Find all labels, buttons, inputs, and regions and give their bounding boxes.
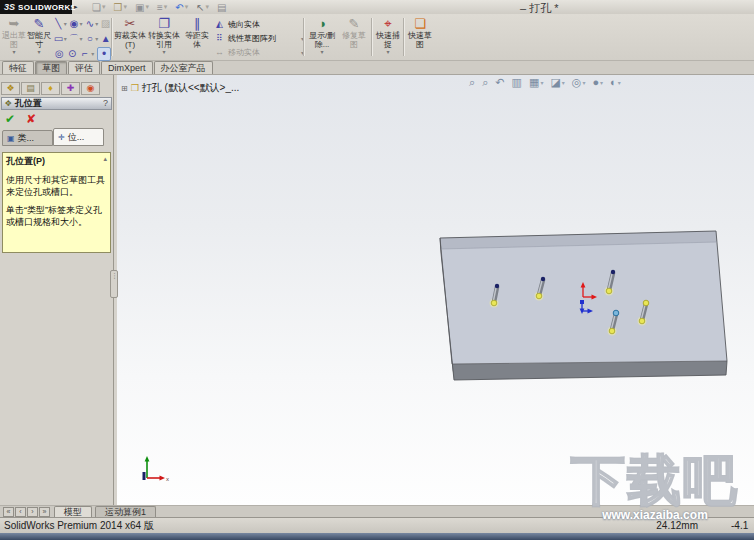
dropdown-arrow-icon: ▾	[306, 49, 338, 55]
tab-scroll-button[interactable]: »	[39, 507, 50, 517]
ok-button[interactable]: ✔	[5, 112, 15, 126]
sketch-fillet-icon[interactable]: ⊙	[66, 48, 79, 59]
dropdown-arrow-icon: ▾	[2, 49, 26, 55]
dimxpertmanager-tab[interactable]: ✚	[61, 82, 80, 95]
displaymanager-tab[interactable]: ◉	[81, 82, 100, 95]
hole-pin-top-yellow[interactable]	[643, 300, 649, 306]
collapse-arrow-icon[interactable]: ▴	[103, 155, 107, 163]
tab-features[interactable]: 特征	[2, 61, 34, 74]
arc-icon[interactable]: ⌒	[69, 32, 80, 46]
status-text: SolidWorks Premium 2014 x64 版	[4, 520, 154, 531]
help-button[interactable]: ?	[103, 98, 108, 109]
hole-point-marker[interactable]	[536, 293, 542, 299]
part-canvas[interactable]: x	[117, 75, 754, 505]
move-entities-icon: ↔	[214, 47, 225, 57]
propertymanager-tab[interactable]: ▤	[21, 82, 40, 95]
mirror-entities-button[interactable]: ◭ 镜向实体	[214, 17, 304, 31]
status-bar: SolidWorks Premium 2014 x64 版 24.12mm -4…	[0, 517, 754, 533]
save-icon[interactable]: ▣▾	[135, 2, 149, 13]
tab-motion-study-1[interactable]: 运动算例1	[95, 506, 156, 517]
toolbar-separator	[303, 18, 304, 56]
select-icon[interactable]: ↖▾	[196, 2, 209, 13]
tab-scroll-button[interactable]: «	[3, 507, 14, 517]
view-triad-y-arrow	[145, 456, 150, 462]
circle-icon[interactable]: ◉	[69, 18, 80, 29]
slot-icon[interactable]: ◎	[53, 48, 66, 59]
point-icon[interactable]: •	[97, 47, 111, 61]
propertymanager-panel: ❖▤♦✚◉ ✥ 孔位置 ? ✔ ✘ ▣ 类... ✛ 位... ▴ 孔位置(P)…	[0, 75, 114, 505]
hole-point-marker[interactable]	[609, 328, 615, 334]
ellipse-icon[interactable]: ○	[84, 33, 95, 44]
tab-model[interactable]: 模型	[54, 506, 92, 517]
print-icon[interactable]: ≡▾	[157, 2, 167, 13]
exit-sketch-button[interactable]: ➥ 退出草图 ▾	[2, 16, 26, 59]
hole-point-marker[interactable]	[639, 318, 645, 324]
quick-access-toolbar: ❏▾❒▾▣▾≡▾↶▾↖▾▤	[92, 0, 227, 14]
message-title: 孔位置(P)	[6, 155, 107, 168]
propertymanager-title: 孔位置	[15, 98, 42, 109]
sketch-picture-icon: ▨	[100, 18, 111, 29]
spline-icon[interactable]: ∿	[84, 18, 95, 29]
view-triad-x-arrow	[160, 476, 166, 481]
tab-hole-type[interactable]: ▣ 类...	[2, 130, 53, 146]
polygon-icon[interactable]: ▲	[100, 33, 111, 44]
mirror-entities-icon: ◭	[214, 19, 225, 29]
tab-hole-position[interactable]: ✛ 位...	[53, 128, 104, 146]
convert-entities-button[interactable]: ❐ 转换实体引用 ▾	[147, 16, 181, 59]
linear-pattern-icon: ⠿	[214, 33, 225, 43]
dropdown-arrow-icon: ▾	[114, 49, 146, 55]
repair-sketch-button[interactable]: ✎ 修复草图	[339, 16, 369, 59]
display-delete-relations-button[interactable]: ◑ 显示/删除... ▾	[306, 16, 338, 59]
hole-wizard-tabs: ▣ 类... ✛ 位...	[2, 128, 104, 146]
view-triad-x-label: x	[166, 476, 169, 482]
rapid-sketch-button[interactable]: ❏ 快速草图	[406, 16, 434, 59]
line-icon[interactable]: ╲	[53, 18, 64, 29]
hole-position-icon: ✥	[5, 98, 12, 109]
tab-dimxpert[interactable]: DimXpert	[101, 61, 153, 74]
hole-pin-top-lightblue[interactable]	[613, 310, 619, 316]
tab-sketch[interactable]: 草图	[35, 61, 67, 74]
linear-sketch-pattern-button[interactable]: ⠿ 线性草图阵列 ▾	[214, 31, 304, 45]
propertymanager-header: ✥ 孔位置 ?	[1, 97, 112, 110]
hole-type-icon: ▣	[7, 134, 15, 143]
featuremanager-tab[interactable]: ❖	[1, 82, 20, 95]
tab-office-products[interactable]: 办公室产品	[154, 61, 213, 74]
configurationmanager-tab[interactable]: ♦	[41, 82, 60, 95]
commandmanager-tab-bar: 特征 草图 评估 DimXpert 办公室产品	[0, 61, 754, 75]
options-icon[interactable]: ▤	[217, 2, 226, 13]
sketch-entities-grid: ╲▾◉▾∿▾▨▭▾⌒▾○▾▲◎⊙⌐▾•	[53, 16, 111, 61]
trim-entities-button[interactable]: ✂ 剪裁实体(T) ▾	[114, 16, 146, 59]
menu-flyout-arrow-icon[interactable]: ▸	[74, 3, 78, 11]
tab-scroll-button[interactable]: ›	[27, 507, 38, 517]
panel-splitter-grip[interactable]: ⋮	[110, 270, 118, 298]
smart-dimension-icon: ✎	[27, 16, 51, 31]
cancel-button[interactable]: ✘	[26, 112, 36, 126]
bottom-edge-strip	[0, 533, 754, 540]
open-icon[interactable]: ❒▾	[113, 2, 126, 13]
new-icon[interactable]: ❏▾	[92, 2, 105, 13]
dropdown-arrow-icon: ▾	[147, 49, 181, 55]
smart-dimension-button[interactable]: ✎ 智能尺寸 ▾	[27, 16, 51, 59]
document-tab-bar: «‹›» 模型 运动算例1	[0, 505, 754, 517]
confirm-row: ✔ ✘	[5, 112, 36, 126]
message-paragraph: 单击“类型”标签来定义孔或槽口规格和大小。	[6, 205, 107, 228]
status-dimension: 24.12mm	[656, 518, 698, 533]
toolbar-separator	[403, 18, 404, 56]
tab-evaluate[interactable]: 评估	[68, 61, 100, 74]
toolbar-separator	[371, 18, 372, 56]
hole-pin-top-navy[interactable]	[611, 270, 615, 274]
repair-sketch-icon: ✎	[339, 16, 369, 31]
hole-pin-top-navy[interactable]	[541, 277, 545, 281]
hole-point-marker[interactable]	[606, 288, 612, 294]
undo-icon[interactable]: ↶▾	[175, 2, 188, 13]
move-entities-button[interactable]: ↔ 移动实体 ▾	[214, 45, 304, 59]
quick-snaps-button[interactable]: ⌖ 快速捕捉 ▾	[374, 16, 402, 59]
hole-point-marker[interactable]	[491, 300, 497, 306]
graphics-area[interactable]: ⌕⌕↶▥▦▾◪▾◎▾●▾◐▾ ⊞ ❒ 打孔 (默认<<默认>_... x	[117, 75, 754, 505]
offset-entities-button[interactable]: ∥ 等距实体	[182, 16, 212, 59]
quick-snaps-icon: ⌖	[374, 16, 402, 31]
tab-scroll-button[interactable]: ‹	[15, 507, 26, 517]
hole-pin-top-navy[interactable]	[495, 284, 499, 288]
rectangle-icon[interactable]: ▭	[53, 33, 64, 44]
chamfer-icon[interactable]: ⌐	[79, 48, 92, 59]
